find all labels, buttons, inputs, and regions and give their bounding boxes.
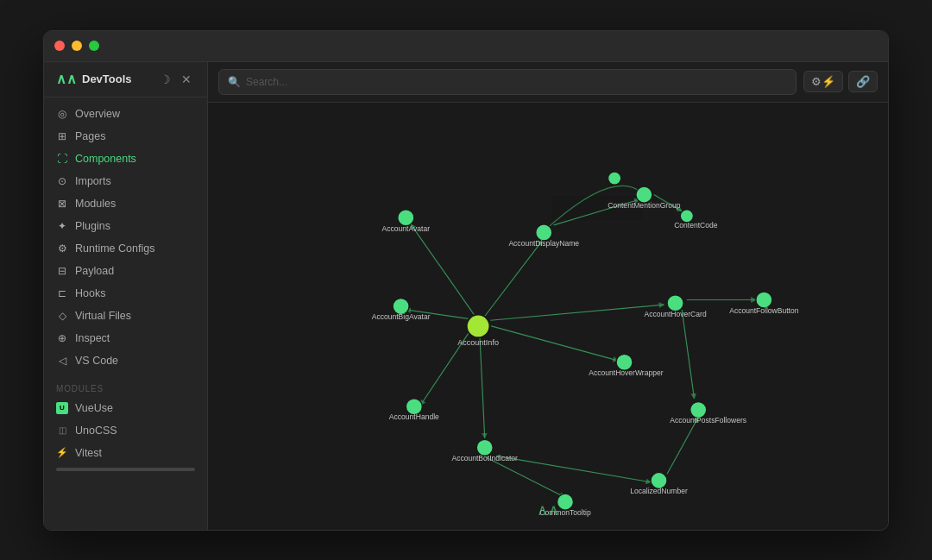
svg-text:AccountHoverWrapper: AccountHoverWrapper (589, 368, 663, 377)
svg-text:AccountPostsFollowers: AccountPostsFollowers (670, 416, 746, 425)
unocss-icon: ◫ (56, 425, 68, 437)
maximize-dot[interactable] (89, 41, 99, 51)
graph-area: AccountInfo AccountDisplayName AccountAv… (208, 103, 888, 530)
svg-text:AccountBotIndicator: AccountBotIndicator (451, 454, 518, 462)
svg-text:ContentCode: ContentCode (674, 220, 718, 229)
svg-line-1 (411, 223, 474, 314)
logo-icon: ∧∧ (56, 71, 77, 87)
runtime-icon: ⚙ (56, 242, 68, 255)
vueuse-icon: U (56, 402, 68, 414)
svg-text:AccountHandle: AccountHandle (389, 412, 439, 421)
svg-text:AccountInfo: AccountInfo (457, 337, 499, 346)
svg-text:AccountFollowButton: AccountFollowButton (729, 305, 799, 314)
vscode-icon: ◁ (56, 355, 68, 367)
plugins-icon: ✦ (56, 220, 68, 232)
toolbar-actions: ⚙⚡ 🔗 (803, 71, 878, 92)
svg-line-5 (491, 325, 618, 360)
titlebar (44, 31, 888, 62)
svg-text:AccountHoverCard: AccountHoverCard (644, 309, 706, 318)
modules-section-label: MODULES (44, 377, 207, 397)
sidebar-logo-text: DevTools (82, 72, 151, 85)
module-item-unocss[interactable]: ◫ UnoCSS (44, 419, 207, 442)
svg-point-28 (608, 171, 620, 184)
search-box[interactable]: 🔍 (218, 69, 797, 95)
sidebar-item-overview[interactable]: ◎ Overview (44, 103, 207, 125)
sidebar-item-inspect[interactable]: ⊕ Inspect (44, 327, 207, 349)
hooks-icon: ⊏ (56, 287, 68, 299)
sidebar-item-pages[interactable]: ⊞ Pages (44, 125, 207, 148)
sidebar-item-vscode[interactable]: ◁ VS Code (44, 349, 207, 372)
content-area: 🔍 ⚙⚡ 🔗 (208, 62, 888, 530)
graph-options-button[interactable]: ⚙⚡ (803, 71, 843, 92)
sidebar-item-hooks[interactable]: ⊏ Hooks (44, 282, 207, 305)
svg-text:LocalizedNumber: LocalizedNumber (630, 487, 688, 495)
svg-line-9 (667, 417, 698, 474)
svg-point-14 (467, 314, 490, 337)
close-sidebar-button[interactable]: ✕ (178, 71, 195, 88)
svg-line-4 (480, 337, 485, 437)
app-window: ∧∧ DevTools ☽ ✕ ◎ Overview ⊞ Pages (43, 30, 889, 531)
close-dot[interactable] (54, 41, 65, 51)
payload-icon: ⊟ (56, 265, 68, 277)
theme-toggle-button[interactable]: ☽ (156, 71, 174, 88)
sidebar-item-plugins[interactable]: ✦ Plugins (44, 215, 207, 237)
module-item-vitest[interactable]: ⚡ Vitest (44, 442, 207, 464)
module-item-vueuse[interactable]: U VueUse (44, 397, 207, 419)
search-input[interactable] (246, 76, 787, 88)
svg-line-0 (485, 240, 543, 316)
svg-line-7 (487, 457, 564, 497)
pages-icon: ⊞ (56, 130, 68, 142)
sidebar-item-modules[interactable]: ⊠ Modules (44, 192, 207, 215)
components-icon: ⛶ (56, 153, 68, 165)
sidebar-item-payload[interactable]: ⊟ Payload (44, 260, 207, 282)
minimize-dot[interactable] (72, 41, 82, 51)
sidebar-header-actions: ☽ ✕ (156, 71, 195, 88)
inspect-icon: ⊕ (56, 332, 68, 344)
sidebar-nav: ◎ Overview ⊞ Pages ⛶ Components ⊙ Import… (44, 98, 207, 377)
toolbar: 🔍 ⚙⚡ 🔗 (208, 62, 888, 103)
svg-text:AccountBigAvatar: AccountBigAvatar (372, 312, 431, 321)
svg-line-6 (490, 305, 664, 320)
scroll-indicator (56, 468, 195, 471)
vitest-icon: ⚡ (56, 447, 68, 459)
main-layout: ∧∧ DevTools ☽ ✕ ◎ Overview ⊞ Pages (44, 62, 888, 530)
sidebar-item-runtime-configs[interactable]: ⚙ Runtime Configs (44, 237, 207, 260)
dependency-graph: AccountInfo AccountDisplayName AccountAv… (208, 103, 888, 530)
sidebar-header: ∧∧ DevTools ☽ ✕ (44, 62, 207, 98)
layout-button[interactable]: 🔗 (848, 71, 878, 92)
sidebar-item-virtual-files[interactable]: ◇ Virtual Files (44, 305, 207, 327)
overview-icon: ◎ (56, 108, 68, 120)
svg-text:AccountDisplayName: AccountDisplayName (508, 238, 579, 247)
sidebar-item-imports[interactable]: ⊙ Imports (44, 170, 207, 192)
svg-line-13 (682, 309, 694, 398)
watermark: ∧∧ (537, 500, 559, 519)
svg-line-8 (496, 456, 651, 481)
sidebar-item-components[interactable]: ⛶ Components (44, 148, 207, 170)
modules-icon: ⊠ (56, 198, 68, 210)
search-icon: 🔍 (228, 76, 241, 88)
sidebar: ∧∧ DevTools ☽ ✕ ◎ Overview ⊞ Pages (44, 62, 208, 530)
svg-text:AccountAvatar: AccountAvatar (382, 223, 431, 232)
svg-text:ContentMentionGroup: ContentMentionGroup (608, 200, 680, 209)
imports-icon: ⊙ (56, 175, 68, 187)
virtual-files-icon: ◇ (56, 310, 68, 322)
